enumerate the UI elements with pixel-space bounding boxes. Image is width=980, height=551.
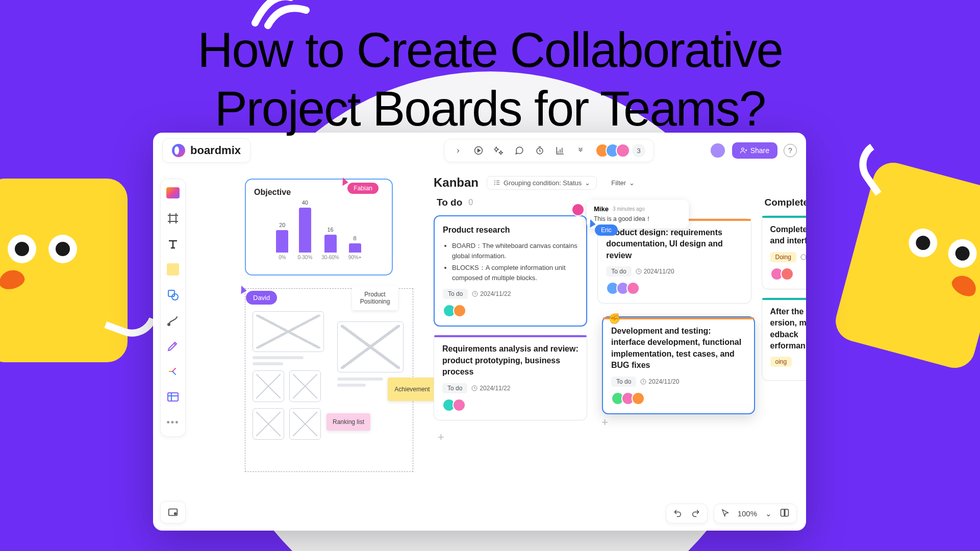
frame-tool[interactable]	[165, 211, 181, 226]
hero-title: How to Create Collaborative Project Boar…	[133, 20, 847, 138]
kanban-title: Kanban	[434, 176, 479, 190]
bar	[299, 208, 311, 253]
help-button[interactable]: ?	[784, 144, 797, 157]
kanban-card[interactable]: After theersion, medbackerforman oing	[762, 297, 806, 381]
sticky-note-ranking[interactable]: Ranking list	[326, 413, 370, 431]
redo-button[interactable]	[691, 508, 700, 519]
wireframe-box	[253, 370, 284, 402]
chevron-right-icon[interactable]: ›	[453, 145, 464, 156]
column-title: To do	[437, 197, 462, 208]
assignee-avatars	[770, 267, 806, 281]
left-toolbar: •••	[160, 179, 186, 437]
card-title: Product design: requirements documentati…	[606, 227, 742, 261]
svg-point-5	[168, 323, 170, 325]
layers-button[interactable]	[160, 501, 186, 523]
share-button[interactable]: Share	[732, 142, 777, 159]
bar	[349, 243, 361, 253]
assignee-avatars	[442, 398, 579, 412]
comment-icon[interactable]	[514, 145, 525, 156]
bottom-toolbar: 100% ⌄	[666, 504, 797, 523]
svg-rect-3	[168, 290, 174, 296]
sticky-note-tool[interactable]	[165, 262, 181, 277]
add-card-button[interactable]: +	[434, 429, 587, 446]
canvas[interactable]: Objective Fabian 200% 400-30% 1630-60% 8…	[194, 173, 806, 531]
comment-text: This is a good idea！	[594, 215, 682, 223]
filter-dropdown[interactable]: Filter ⌄	[605, 177, 641, 189]
card-title: Completeand interf	[770, 224, 806, 247]
play-icon[interactable]	[473, 145, 484, 156]
due-date: 2024/11/20	[636, 268, 674, 275]
svg-point-8	[174, 513, 177, 515]
status-tag: To do	[443, 289, 468, 299]
due-date: 2024/11/22	[472, 290, 511, 297]
comment-time: 3 minutes ago	[613, 206, 645, 212]
status-tag: To do	[606, 266, 631, 277]
objective-chart-card[interactable]: Objective Fabian 200% 400-30% 1630-60% 8…	[245, 179, 393, 276]
assignee-avatars	[611, 392, 746, 405]
sticky-note-achievement[interactable]: Achievement	[388, 378, 437, 401]
status-tag: oing	[770, 357, 792, 367]
column-title: Complete	[765, 197, 806, 208]
assignee-avatars	[443, 304, 578, 317]
chevron-down-icon[interactable]	[575, 145, 586, 156]
grouping-dropdown[interactable]: Grouping condition: Status ⌄	[487, 176, 597, 190]
clock-icon	[800, 254, 806, 260]
mindmap-tool[interactable]	[165, 364, 181, 379]
app-header: boardmix › 3 Share ?	[153, 133, 806, 168]
book-icon	[780, 508, 789, 517]
assignee-avatars	[606, 282, 742, 295]
due-date: 2024/11/20	[640, 378, 679, 385]
redo-icon	[691, 508, 700, 517]
comment-author: Mike	[594, 205, 609, 213]
brand-logo[interactable]: boardmix	[162, 138, 250, 163]
kanban-card[interactable]: Completeand interf Doing 2	[762, 215, 806, 289]
chart-icon[interactable]	[555, 145, 566, 156]
card-title: Product research	[443, 224, 578, 236]
clock-icon	[472, 291, 478, 297]
bar	[276, 230, 288, 253]
sticky-note-positioning[interactable]: Product Positioning	[352, 286, 398, 310]
clock-icon	[640, 379, 646, 385]
chevron-down-icon[interactable]: ⌄	[765, 509, 772, 518]
kanban-card[interactable]: Product research BOARD：The whiteboard ca…	[434, 215, 587, 327]
pointer-tool[interactable]	[721, 509, 730, 518]
table-tool[interactable]	[165, 389, 181, 405]
clock-icon	[636, 268, 642, 274]
column-count: 0	[468, 198, 473, 207]
clock-icon	[471, 385, 478, 391]
due-date: 2024/11/22	[471, 385, 510, 392]
grab-cursor-icon: ✊	[608, 312, 621, 324]
undo-button[interactable]	[673, 508, 683, 519]
header-right: Share ?	[710, 142, 797, 159]
shape-tool[interactable]	[165, 287, 181, 303]
kanban-card[interactable]: Requirements analysis and review: produc…	[434, 335, 587, 420]
add-card-button[interactable]: +	[597, 414, 751, 431]
timer-icon[interactable]	[534, 145, 545, 156]
bar	[324, 235, 337, 253]
collaborator-avatars[interactable]: 3	[595, 143, 645, 158]
pen-tool[interactable]	[165, 338, 181, 354]
wireframe-box	[253, 311, 324, 352]
connector-tool[interactable]	[165, 313, 181, 328]
avatar	[616, 143, 630, 158]
wireframe-box	[253, 408, 284, 440]
more-tools[interactable]: •••	[165, 415, 181, 430]
cursor-pointer-icon	[339, 177, 348, 186]
layers-icon	[167, 507, 179, 518]
minimap-button[interactable]	[780, 508, 789, 519]
current-user-avatar[interactable]	[710, 142, 726, 159]
pointer-icon	[721, 509, 730, 517]
mascot-left	[0, 179, 128, 362]
wireframe-box	[289, 408, 321, 440]
sparkle-icon[interactable]	[493, 145, 505, 156]
status-tag: Doing	[770, 252, 796, 262]
brand-name: boardmix	[190, 144, 241, 157]
card-bullet: BOARD：The whiteboard canvas contains glo…	[452, 241, 578, 261]
card-bullet: BLOCKS：A complete information unit compo…	[452, 263, 578, 283]
kanban-card[interactable]: Product design: requirements documentati…	[597, 218, 751, 304]
gallery-tool[interactable]	[165, 185, 181, 201]
kanban-card-dragging[interactable]: Development and testing: interface devel…	[602, 316, 755, 414]
text-tool[interactable]	[165, 236, 181, 252]
zoom-level[interactable]: 100%	[738, 509, 757, 518]
undo-icon	[673, 508, 683, 517]
